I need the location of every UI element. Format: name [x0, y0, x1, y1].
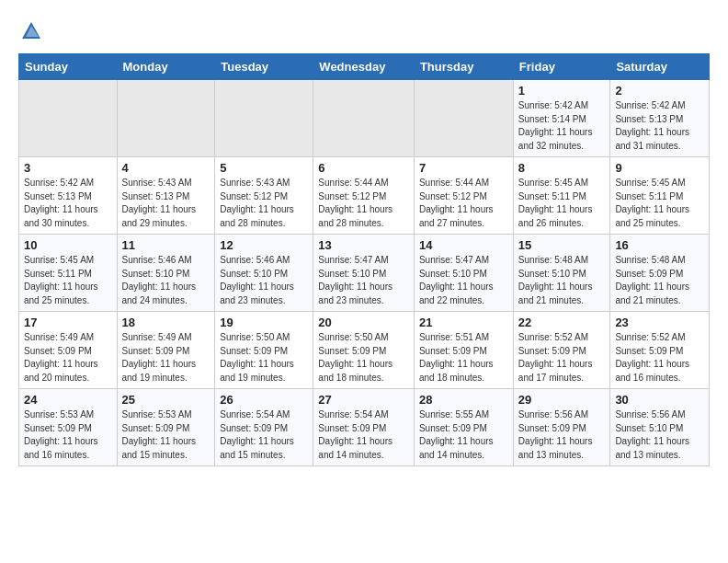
calendar-cell: 26Sunrise: 5:54 AMSunset: 5:09 PMDayligh… — [215, 389, 313, 466]
day-number: 5 — [220, 161, 308, 175]
calendar-cell: 23Sunrise: 5:52 AMSunset: 5:09 PMDayligh… — [610, 312, 710, 389]
day-number: 15 — [518, 238, 606, 252]
day-info: Sunrise: 5:44 AMSunset: 5:12 PMDaylight:… — [419, 177, 508, 230]
day-number: 19 — [220, 316, 308, 329]
day-number: 1 — [518, 84, 606, 98]
calendar-cell: 15Sunrise: 5:48 AMSunset: 5:10 PMDayligh… — [513, 235, 610, 312]
calendar-cell: 16Sunrise: 5:48 AMSunset: 5:09 PMDayligh… — [610, 235, 710, 312]
day-number: 17 — [24, 316, 112, 329]
calendar-header-row: SundayMondayTuesdayWednesdayThursdayFrid… — [19, 54, 710, 80]
calendar-cell: 27Sunrise: 5:54 AMSunset: 5:09 PMDayligh… — [313, 389, 415, 466]
calendar-cell: 28Sunrise: 5:55 AMSunset: 5:09 PMDayligh… — [414, 389, 513, 466]
day-info: Sunrise: 5:55 AMSunset: 5:09 PMDaylight:… — [419, 408, 508, 462]
day-number: 26 — [220, 393, 308, 407]
calendar-cell: 4Sunrise: 5:43 AMSunset: 5:13 PMDaylight… — [117, 157, 215, 235]
calendar-header-wednesday: Wednesday — [313, 54, 415, 80]
calendar-cell: 9Sunrise: 5:45 AMSunset: 5:11 PMDaylight… — [610, 157, 710, 235]
calendar-cell — [19, 80, 118, 157]
calendar-cell: 8Sunrise: 5:45 AMSunset: 5:11 PMDaylight… — [513, 157, 610, 235]
calendar-cell: 2Sunrise: 5:42 AMSunset: 5:13 PMDaylight… — [610, 80, 710, 157]
calendar-header-saturday: Saturday — [610, 54, 710, 80]
day-number: 4 — [122, 161, 210, 175]
day-number: 16 — [615, 238, 704, 252]
day-number: 30 — [615, 393, 704, 407]
day-info: Sunrise: 5:56 AMSunset: 5:10 PMDaylight:… — [615, 408, 704, 462]
day-info: Sunrise: 5:42 AMSunset: 5:13 PMDaylight:… — [615, 99, 704, 153]
logo — [18, 18, 48, 44]
calendar-cell: 29Sunrise: 5:56 AMSunset: 5:09 PMDayligh… — [513, 389, 610, 466]
calendar-cell: 17Sunrise: 5:49 AMSunset: 5:09 PMDayligh… — [19, 312, 118, 389]
calendar-header-thursday: Thursday — [414, 54, 513, 80]
day-number: 9 — [615, 161, 704, 175]
week-row-3: 10Sunrise: 5:45 AMSunset: 5:11 PMDayligh… — [19, 235, 710, 312]
calendar-cell: 11Sunrise: 5:46 AMSunset: 5:10 PMDayligh… — [117, 235, 215, 312]
day-info: Sunrise: 5:56 AMSunset: 5:09 PMDaylight:… — [518, 408, 606, 462]
calendar-cell: 18Sunrise: 5:49 AMSunset: 5:09 PMDayligh… — [117, 312, 215, 389]
day-info: Sunrise: 5:42 AMSunset: 5:13 PMDaylight:… — [24, 177, 112, 230]
calendar-table: SundayMondayTuesdayWednesdayThursdayFrid… — [18, 53, 710, 466]
day-info: Sunrise: 5:52 AMSunset: 5:09 PMDaylight:… — [615, 331, 704, 385]
calendar-cell: 1Sunrise: 5:42 AMSunset: 5:14 PMDaylight… — [513, 80, 610, 157]
calendar-cell: 20Sunrise: 5:50 AMSunset: 5:09 PMDayligh… — [313, 312, 415, 389]
day-info: Sunrise: 5:44 AMSunset: 5:12 PMDaylight:… — [318, 177, 409, 230]
calendar-cell: 24Sunrise: 5:53 AMSunset: 5:09 PMDayligh… — [19, 389, 118, 466]
day-info: Sunrise: 5:45 AMSunset: 5:11 PMDaylight:… — [518, 177, 606, 230]
day-number: 13 — [318, 238, 409, 252]
day-number: 12 — [220, 238, 308, 252]
calendar-cell — [215, 80, 313, 157]
calendar-header-tuesday: Tuesday — [215, 54, 313, 80]
page: SundayMondayTuesdayWednesdayThursdayFrid… — [0, 0, 728, 476]
day-number: 11 — [122, 238, 210, 252]
week-row-2: 3Sunrise: 5:42 AMSunset: 5:13 PMDaylight… — [19, 157, 710, 235]
calendar-header-monday: Monday — [117, 54, 215, 80]
calendar-cell — [117, 80, 215, 157]
day-number: 3 — [24, 161, 112, 175]
day-info: Sunrise: 5:48 AMSunset: 5:09 PMDaylight:… — [615, 254, 704, 307]
day-number: 29 — [518, 393, 606, 407]
day-info: Sunrise: 5:54 AMSunset: 5:09 PMDaylight:… — [318, 408, 409, 462]
day-number: 24 — [24, 393, 112, 407]
day-info: Sunrise: 5:45 AMSunset: 5:11 PMDaylight:… — [615, 177, 704, 230]
day-info: Sunrise: 5:47 AMSunset: 5:10 PMDaylight:… — [318, 254, 409, 307]
day-number: 28 — [419, 393, 508, 407]
day-number: 2 — [615, 84, 704, 98]
calendar-cell: 21Sunrise: 5:51 AMSunset: 5:09 PMDayligh… — [414, 312, 513, 389]
day-info: Sunrise: 5:42 AMSunset: 5:14 PMDaylight:… — [518, 99, 606, 153]
day-number: 27 — [318, 393, 409, 407]
header — [18, 18, 710, 44]
calendar-cell: 6Sunrise: 5:44 AMSunset: 5:12 PMDaylight… — [313, 157, 415, 235]
day-number: 18 — [122, 316, 210, 329]
day-number: 21 — [419, 316, 508, 329]
calendar-cell: 13Sunrise: 5:47 AMSunset: 5:10 PMDayligh… — [313, 235, 415, 312]
week-row-5: 24Sunrise: 5:53 AMSunset: 5:09 PMDayligh… — [19, 389, 710, 466]
day-info: Sunrise: 5:46 AMSunset: 5:10 PMDaylight:… — [220, 254, 308, 307]
day-number: 20 — [318, 316, 409, 329]
logo-icon — [18, 18, 44, 44]
day-number: 14 — [419, 238, 508, 252]
day-info: Sunrise: 5:53 AMSunset: 5:09 PMDaylight:… — [24, 408, 112, 462]
calendar-cell: 25Sunrise: 5:53 AMSunset: 5:09 PMDayligh… — [117, 389, 215, 466]
day-number: 23 — [615, 316, 704, 329]
day-info: Sunrise: 5:51 AMSunset: 5:09 PMDaylight:… — [419, 331, 508, 385]
calendar-cell: 14Sunrise: 5:47 AMSunset: 5:10 PMDayligh… — [414, 235, 513, 312]
day-number: 25 — [122, 393, 210, 407]
day-info: Sunrise: 5:46 AMSunset: 5:10 PMDaylight:… — [122, 254, 210, 307]
day-number: 22 — [518, 316, 606, 329]
day-info: Sunrise: 5:47 AMSunset: 5:10 PMDaylight:… — [419, 254, 508, 307]
calendar-cell: 7Sunrise: 5:44 AMSunset: 5:12 PMDaylight… — [414, 157, 513, 235]
day-info: Sunrise: 5:53 AMSunset: 5:09 PMDaylight:… — [122, 408, 210, 462]
calendar-header-friday: Friday — [513, 54, 610, 80]
week-row-1: 1Sunrise: 5:42 AMSunset: 5:14 PMDaylight… — [19, 80, 710, 157]
week-row-4: 17Sunrise: 5:49 AMSunset: 5:09 PMDayligh… — [19, 312, 710, 389]
day-info: Sunrise: 5:43 AMSunset: 5:13 PMDaylight:… — [122, 177, 210, 230]
day-number: 10 — [24, 238, 112, 252]
day-info: Sunrise: 5:48 AMSunset: 5:10 PMDaylight:… — [518, 254, 606, 307]
calendar-cell: 10Sunrise: 5:45 AMSunset: 5:11 PMDayligh… — [19, 235, 118, 312]
day-info: Sunrise: 5:52 AMSunset: 5:09 PMDaylight:… — [518, 331, 606, 385]
calendar-cell: 19Sunrise: 5:50 AMSunset: 5:09 PMDayligh… — [215, 312, 313, 389]
calendar-cell: 12Sunrise: 5:46 AMSunset: 5:10 PMDayligh… — [215, 235, 313, 312]
calendar-header-sunday: Sunday — [19, 54, 118, 80]
calendar-cell: 3Sunrise: 5:42 AMSunset: 5:13 PMDaylight… — [19, 157, 118, 235]
calendar-cell: 5Sunrise: 5:43 AMSunset: 5:12 PMDaylight… — [215, 157, 313, 235]
day-info: Sunrise: 5:49 AMSunset: 5:09 PMDaylight:… — [122, 331, 210, 385]
